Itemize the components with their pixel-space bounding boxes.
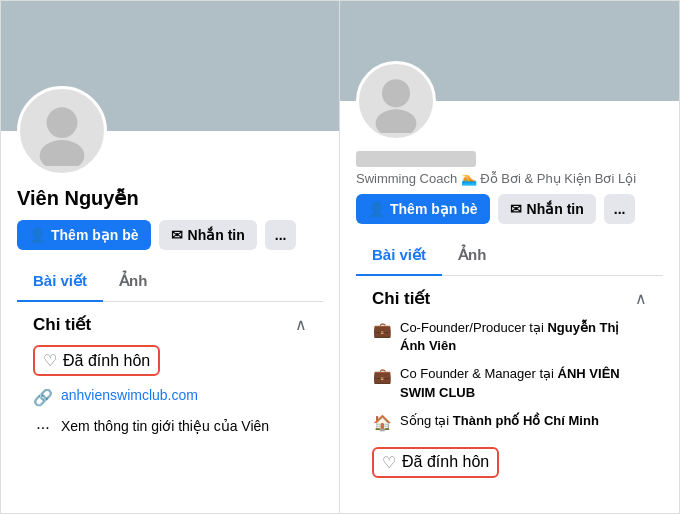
right-detail-item-2: 🏠 Sống tại Thành phố Hồ Chí Minh	[372, 412, 647, 433]
left-profile-info: Viên Nguyễn 👤 Thêm bạn bè ✉ Nhắn tin ...	[17, 131, 323, 438]
right-profile-info: Swimming Coach 🏊 Đỗ Bơi & Phụ Kiện Bơi L…	[356, 101, 663, 478]
right-action-buttons: 👤 Thêm bạn bè ✉ Nhắn tin ...	[356, 194, 663, 224]
left-website-item: 🔗 anhvienswimclub.com	[33, 386, 307, 407]
right-detail-text-2: Sống tại Thành phố Hồ Chí Minh	[400, 412, 599, 430]
left-view-intro-text[interactable]: Xem thông tin giới thiệu của Viên	[61, 417, 269, 437]
right-details-title: Chi tiết	[372, 288, 430, 309]
right-tabs: Bài viết Ảnh	[356, 236, 663, 276]
right-details-header: Chi tiết ∧	[372, 288, 647, 309]
right-messenger-icon: ✉	[510, 201, 522, 217]
right-profile-panel: Swimming Coach 🏊 Đỗ Bơi & Phụ Kiện Bơi L…	[340, 1, 679, 513]
work-icon-0: 💼	[372, 320, 392, 340]
right-avatar	[356, 61, 436, 141]
add-friend-icon: 👤	[29, 227, 46, 243]
left-action-buttons: 👤 Thêm bạn bè ✉ Nhắn tin ...	[17, 220, 323, 250]
right-detail-item-1: 💼 Co Founder & Manager tại ÁNH VIÊN SWIM…	[372, 365, 647, 401]
right-relationship-status: Đã đính hôn	[402, 453, 489, 471]
left-profile-section: Viên Nguyễn 👤 Thêm bạn bè ✉ Nhắn tin ...	[1, 131, 339, 438]
right-more-button[interactable]: ...	[604, 194, 636, 224]
right-detail-text-1: Co Founder & Manager tại ÁNH VIÊN SWIM C…	[400, 365, 647, 401]
dots-icon: ···	[33, 418, 53, 438]
left-details-title: Chi tiết	[33, 314, 91, 335]
right-name-blurred	[356, 151, 476, 167]
right-chevron-up-icon: ∧	[635, 289, 647, 308]
right-add-friend-button[interactable]: 👤 Thêm bạn bè	[356, 194, 490, 224]
right-details-section: Chi tiết ∧ 💼 Co-Founder/Producer tại Ngu…	[356, 288, 663, 478]
left-details-header: Chi tiết ∧	[33, 314, 307, 335]
heart-icon: ♡	[43, 351, 57, 370]
left-message-button[interactable]: ✉ Nhắn tin	[159, 220, 257, 250]
right-detail-item-0: 💼 Co-Founder/Producer tại Nguyễn Thị Ánh…	[372, 319, 647, 355]
right-relationship-box: ♡ Đã đính hôn	[372, 447, 499, 478]
svg-point-3	[376, 109, 417, 133]
right-tab-photos[interactable]: Ảnh	[442, 236, 502, 276]
left-relationship-box: ♡ Đã đính hôn	[33, 345, 160, 376]
right-detail-text-0: Co-Founder/Producer tại Nguyễn Thị Ánh V…	[400, 319, 647, 355]
left-details-section: Chi tiết ∧ ♡ Đã đính hôn 🔗 anhvienswimcl…	[17, 314, 323, 438]
svg-point-0	[47, 107, 78, 138]
left-avatar	[17, 86, 107, 176]
link-icon: 🔗	[33, 387, 53, 407]
left-add-friend-button[interactable]: 👤 Thêm bạn bè	[17, 220, 151, 250]
home-icon: 🏠	[372, 413, 392, 433]
right-subtitle: Swimming Coach 🏊 Đỗ Bơi & Phụ Kiện Bơi L…	[356, 171, 663, 186]
left-tab-photos[interactable]: Ảnh	[103, 262, 163, 302]
right-add-friend-icon: 👤	[368, 201, 385, 217]
left-profile-panel: Viên Nguyễn 👤 Thêm bạn bè ✉ Nhắn tin ...	[1, 1, 340, 513]
left-website-link[interactable]: anhvienswimclub.com	[61, 386, 198, 406]
left-profile-name: Viên Nguyễn	[17, 186, 323, 210]
right-message-button[interactable]: ✉ Nhắn tin	[498, 194, 596, 224]
svg-point-2	[382, 79, 410, 107]
left-more-button[interactable]: ...	[265, 220, 297, 250]
right-tab-posts[interactable]: Bài viết	[356, 236, 442, 276]
svg-point-1	[40, 140, 85, 166]
left-tab-posts[interactable]: Bài viết	[17, 262, 103, 302]
left-tabs: Bài viết Ảnh	[17, 262, 323, 302]
chevron-up-icon: ∧	[295, 315, 307, 334]
right-heart-icon: ♡	[382, 453, 396, 472]
right-profile-section: Swimming Coach 🏊 Đỗ Bơi & Phụ Kiện Bơi L…	[340, 101, 679, 478]
messenger-icon: ✉	[171, 227, 183, 243]
left-view-intro-item: ··· Xem thông tin giới thiệu của Viên	[33, 417, 307, 438]
work-icon-1: 💼	[372, 366, 392, 386]
left-relationship-status: Đã đính hôn	[63, 352, 150, 370]
